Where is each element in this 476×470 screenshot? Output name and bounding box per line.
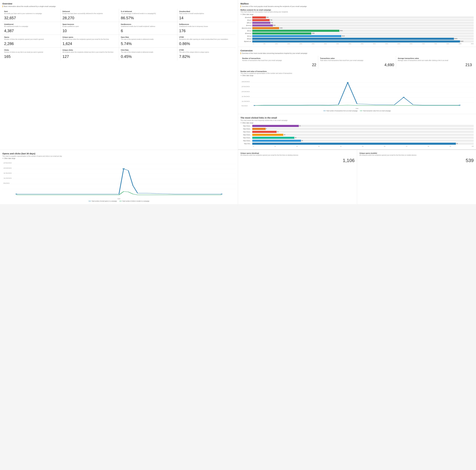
mailbox-bar-row: @o2.pl 3619 [240, 35, 474, 37]
overview-subtitle: Basic information about the results achi… [2, 5, 236, 7]
mailbox-bar-row: @wp.pl 8200 [240, 38, 474, 40]
conv-line-chart: 3000 2500 2000 1500 1000 500 [240, 78, 474, 107]
unique-opens-mobile: Unique opens (mobile) All instances when… [357, 150, 476, 204]
mailbox-bar-row: @interia.pl 2395 [240, 32, 474, 34]
conversion-panel: Conversion Overview of the most crucial … [238, 47, 476, 114]
most-clicked-date-range[interactable]: Other date range [240, 122, 474, 124]
conversion-stats: Number of transactions Number of transac… [240, 56, 474, 69]
mailbox-bar-row: @oocita.hr 556 [240, 16, 474, 18]
mailbox-bar-chart: @oocita.hr 556 @vp.pl 705 @fbn.pl 732 @o… [240, 16, 474, 43]
svg-text:1500: 1500 [3, 172, 12, 174]
opens-clicks-panel: Opens and clicks (last 30 days) The char… [0, 150, 238, 204]
clicked-bar-row: https://www.... 6 [240, 128, 474, 130]
mailbox-title: Mailbox [240, 2, 474, 5]
stat-clicks: Clicks Number of clicks on any link in a… [2, 48, 61, 60]
stat-ctor: CTOR The ratio of the unique clicks to u… [177, 48, 236, 60]
mailbox-subtitle: Overview of the most popular email domai… [240, 5, 474, 7]
conv-x-label: Date [356, 108, 358, 109]
conv-chart-desc: The chart is a graphical representation … [240, 73, 474, 74]
mailbox-bar-row: @onet.pl 835 [240, 24, 474, 27]
mailbox-chart-title: Mailbox analysis for an email campaign [240, 9, 474, 11]
stat-pct-delivered: % of delivered The percentage of deliver… [119, 9, 177, 22]
mailbox-bar-row: @gmail.com 8445 [240, 40, 474, 43]
conv-num-transactions: Number of transactions Number of transac… [240, 56, 318, 69]
mailbox-panel: Mailbox Overview of the most popular ema… [238, 0, 476, 47]
mailbox-bar-row: @fbn.pl 732 [240, 22, 474, 24]
stat-sent: Sent All emails you have sent to your cu… [2, 9, 61, 22]
conversion-title: Conversion [240, 49, 474, 52]
clicked-bar-row: https://ww.... 92 [240, 143, 474, 145]
mailbox-bar-row: @poczta.onet.pl 1092 [240, 27, 474, 29]
svg-text:1500: 1500 [241, 96, 250, 97]
mailbox-chart-desc: This chart shows the most popular email … [240, 11, 474, 13]
stat-utor: UTOR Recipients who after opening an ema… [177, 35, 236, 48]
svg-point-12 [347, 82, 349, 83]
opens-clicks-title: Opens and clicks (last 30 days) [2, 152, 236, 155]
most-clicked-title: The most clicked links in the email [240, 116, 474, 119]
clicked-bar-row: https://www.... 21 [240, 125, 474, 127]
stat-softbounces: Softbounces Undelivered emails due to te… [177, 22, 236, 35]
conv-avg-value: Average transactions value Average value… [396, 56, 474, 69]
svg-text:500: 500 [3, 182, 9, 184]
svg-text:2000: 2000 [241, 91, 250, 92]
conv-legend: Total number of transactions from an ema… [240, 110, 474, 112]
stat-unique-clicks: Unique clicks All incidents when the rec… [61, 48, 119, 60]
conv-chart-title: Number and value of transactions [240, 70, 474, 72]
svg-text:2500: 2500 [3, 162, 12, 164]
overview-title: Overview [2, 2, 236, 5]
opens-clicks-date-range[interactable]: Other date range [2, 158, 236, 159]
svg-text:1000: 1000 [241, 101, 250, 102]
clicked-bar-row: https://www.... 14 [240, 134, 474, 136]
svg-point-13 [403, 97, 405, 97]
stat-click-rate: Click Rate The ratio of the clicked emai… [119, 48, 177, 60]
svg-point-27 [15, 194, 17, 194]
stat-spam-bounces: Spam bounces Emails qualified as spam 10 [61, 22, 119, 35]
svg-text:2000: 2000 [3, 167, 12, 169]
svg-text:1000: 1000 [3, 178, 12, 179]
conv-date-range[interactable]: Other date range [240, 75, 474, 76]
stat-open-rate: Open Rate The ratio of the opened emails… [119, 35, 177, 48]
stat-undelivered: Undelivered All undelivered emails in a … [2, 22, 61, 35]
opens-clicks-desc: The chart is a graphic representation of… [2, 155, 236, 157]
clicked-bar-row: https://www.... 11 [240, 131, 474, 133]
svg-text:2500: 2500 [241, 86, 250, 87]
most-clicked-chart: https://www.... 21 https://www.... 6 htt… [240, 125, 474, 145]
mailbox-date-range[interactable]: Other date range [240, 14, 474, 15]
mailbox-bar-row: @o2.pl 3541 [240, 30, 474, 32]
stat-hardbounces: Hardbounces Undelivered emails due to in… [119, 22, 177, 35]
most-clicked-panel: The most clicked links in the email The … [238, 114, 476, 149]
stat-opens: Opens Number of times the recipients ope… [2, 35, 61, 48]
conversion-subtitle: Overview of the most crucial data concer… [240, 52, 474, 54]
clicked-bar-row: https://www.... 19 [240, 137, 474, 139]
unique-opens-section: Unique opens (desktop) All instances whe… [238, 150, 476, 204]
most-clicked-desc: The chart shows the most frequently-clic… [240, 120, 474, 121]
clicked-bar-row: https://www.... 22 [240, 140, 474, 142]
stat-delivered: Delivered Emails that have been successf… [61, 9, 119, 22]
mailbox-bar-row: @vp.pl 705 [240, 19, 474, 21]
svg-point-26 [122, 168, 125, 169]
svg-text:3000: 3000 [241, 81, 250, 82]
stat-unsubscribed: Unsubscribed Total number of email unsub… [177, 9, 236, 22]
opens-clicks-legend: Total number of email opens in a campaig… [2, 200, 236, 202]
svg-text:500: 500 [241, 105, 248, 107]
opens-clicks-chart: 2500 2000 1500 1000 500 [2, 161, 236, 197]
unique-opens-desktop: Unique opens (desktop) All instances whe… [238, 150, 357, 204]
svg-point-11 [254, 105, 255, 106]
svg-point-28 [221, 194, 222, 194]
conv-transactions-value: Transactions value Total value of all tr… [318, 56, 396, 69]
svg-point-14 [459, 105, 461, 105]
stat-unique-opens: Unique opens All occurrences when the re… [61, 35, 119, 48]
